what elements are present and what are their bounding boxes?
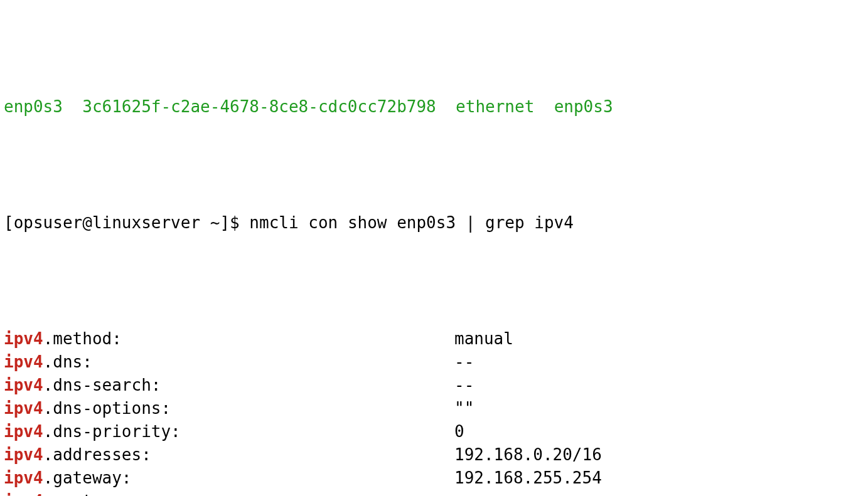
prompt-command: nmcli con show enp0s3 | grep ipv4 xyxy=(249,213,574,232)
grep-value: 192.168.255.254 xyxy=(454,467,864,490)
grep-results: ipv4.method:manualipv4.dns:--ipv4.dns-se… xyxy=(4,327,864,496)
grep-match: ipv4 xyxy=(4,468,43,487)
grep-key-suffix: .addresses: xyxy=(43,445,151,464)
iface-name: enp0s3 xyxy=(4,97,63,116)
prompt-open: [ xyxy=(4,213,14,232)
prompt-dollar: $ xyxy=(230,213,249,232)
grep-value: "" xyxy=(454,397,864,420)
grep-key-suffix: .dns: xyxy=(43,352,92,371)
grep-row: ipv4.dns-priority:0 xyxy=(4,420,864,443)
grep-match: ipv4 xyxy=(4,329,43,348)
grep-match: ipv4 xyxy=(4,352,43,371)
grep-key-suffix: .dns-options: xyxy=(43,399,171,418)
grep-value: -- xyxy=(454,351,864,374)
grep-key-suffix: .dns-search: xyxy=(43,376,161,394)
grep-value: -- xyxy=(454,374,864,397)
grep-match: ipv4 xyxy=(4,399,43,418)
prompt-close: ] xyxy=(220,213,230,232)
prompt-line[interactable]: [opsuser@linuxserver ~]$ nmcli con show … xyxy=(4,211,864,235)
grep-key-suffix: .routes: xyxy=(43,492,122,496)
grep-match: ipv4 xyxy=(4,422,43,441)
grep-value: manual xyxy=(454,327,864,351)
grep-row: ipv4.addresses:192.168.0.20/16 xyxy=(4,443,864,467)
grep-match: ipv4 xyxy=(4,445,43,464)
iface-dev: enp0s3 xyxy=(554,97,613,116)
prompt-userhost: opsuser@linuxserver ~ xyxy=(14,213,220,232)
grep-value: 0 xyxy=(454,420,864,443)
grep-row: ipv4.dns-options:"" xyxy=(4,397,864,420)
connection-line: enp0s3 3c61625f-c2ae-4678-8ce8-cdc0cc72b… xyxy=(4,95,864,119)
grep-key-suffix: .dns-priority: xyxy=(43,422,181,441)
grep-row: ipv4.method:manual xyxy=(4,327,864,351)
grep-row: ipv4.dns-search:-- xyxy=(4,374,864,397)
grep-value: 192.168.0.20/16 xyxy=(454,443,864,467)
grep-key-suffix: .method: xyxy=(43,329,122,348)
grep-row: ipv4.routes:-- xyxy=(4,490,864,496)
grep-row: ipv4.gateway:192.168.255.254 xyxy=(4,467,864,490)
grep-row: ipv4.dns:-- xyxy=(4,351,864,374)
iface-uuid: 3c61625f-c2ae-4678-8ce8-cdc0cc72b798 xyxy=(82,97,436,116)
grep-key-suffix: .gateway: xyxy=(43,468,132,487)
terminal-output: enp0s3 3c61625f-c2ae-4678-8ce8-cdc0cc72b… xyxy=(0,0,868,496)
grep-match: ipv4 xyxy=(4,376,43,394)
grep-match: ipv4 xyxy=(4,492,43,496)
iface-type: ethernet xyxy=(456,97,534,116)
grep-value: -- xyxy=(454,490,864,496)
